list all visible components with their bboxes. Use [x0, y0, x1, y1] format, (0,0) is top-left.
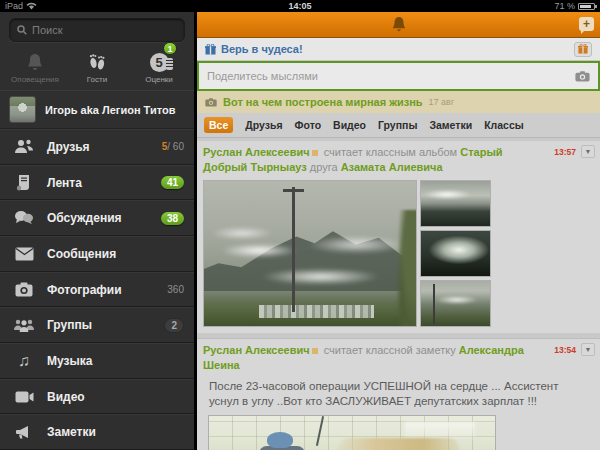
add-post-icon[interactable]: +	[579, 17, 594, 31]
sidebar-item-label: Оценки	[145, 75, 173, 84]
feed-post: Руслан Алексеевич считает классной замет…	[197, 338, 600, 450]
video-icon	[15, 391, 34, 403]
battery-percent: 71 %	[554, 1, 575, 11]
post-timestamp: 13:54	[554, 345, 576, 355]
bell-icon	[26, 53, 44, 72]
sidebar-item-discussions[interactable]: Обсуждения 38	[0, 200, 194, 236]
current-user-row[interactable]: Игорь aka Легион Титов	[0, 90, 194, 129]
ratings-badge: 1	[163, 42, 176, 55]
wifi-icon	[26, 2, 37, 10]
sidebar-item-label: Фотографии	[47, 283, 122, 297]
feed-scroll-area[interactable]: Руслан Алексеевич считает классным альбо…	[197, 138, 600, 450]
sidebar-item-notes[interactable]: Заметки	[0, 414, 194, 450]
discussions-icon	[14, 210, 34, 226]
post-author-link[interactable]: Руслан Алексеевич	[203, 146, 310, 158]
post-friend-link[interactable]: Азамата Алиевича	[341, 161, 443, 173]
sidebar-item-label: Музыка	[47, 354, 92, 368]
post-photo-thumb[interactable]	[420, 180, 491, 227]
sidebar-item-label: Друзья	[47, 140, 90, 154]
feed-icon	[16, 174, 33, 191]
discussions-badge: 38	[161, 212, 184, 225]
sidebar-item-label: Сообщения	[47, 247, 116, 261]
online-indicator	[312, 348, 318, 354]
composer-placeholder: Поделитесь мыслями	[207, 70, 569, 82]
camera-icon	[205, 98, 217, 107]
tab-groups[interactable]: Группы	[378, 119, 417, 131]
messages-icon	[15, 247, 34, 261]
post-action-text: считает классным альбом	[324, 146, 457, 158]
sidebar-item-label: Лента	[47, 176, 82, 190]
sidebar-item-label: Оповещения	[11, 75, 59, 84]
gift-icon-orange	[578, 44, 588, 54]
tab-all[interactable]: Все	[204, 117, 233, 133]
search-placeholder: Поиск	[32, 24, 62, 36]
sidebar-item-label: Заметки	[47, 425, 96, 439]
gift-button[interactable]	[574, 42, 592, 57]
rating-5-icon: 5	[150, 53, 169, 72]
sidebar-item-notifications[interactable]: Оповещения	[4, 48, 66, 84]
tab-notes[interactable]: Заметки	[429, 119, 472, 131]
sidebar-item-ratings[interactable]: 5 1 Оценки	[128, 48, 190, 84]
ios-status-bar: iPad 14:05 71 %	[0, 0, 600, 12]
tab-video[interactable]: Видео	[333, 119, 366, 131]
sidebar-item-photos[interactable]: Фотографии 360	[0, 272, 194, 308]
battery-icon	[578, 3, 595, 10]
search-icon	[17, 25, 27, 35]
sidebar-item-feed[interactable]: Лента 41	[0, 165, 194, 201]
footprints-icon	[87, 52, 107, 72]
sidebar-item-music[interactable]: ♫ Музыка	[0, 343, 194, 379]
status-row[interactable]: Вот на чем построена мирная жизнь 17 авг	[197, 91, 600, 113]
tab-photo[interactable]: Фото	[295, 119, 322, 131]
post-photo[interactable]	[208, 415, 496, 450]
groups-icon	[13, 318, 35, 333]
dropdown-arrow-icon[interactable]: ▼	[581, 343, 595, 356]
sidebar-item-guests[interactable]: Гости	[66, 48, 128, 84]
user-name: Игорь aka Легион Титов	[45, 104, 175, 116]
sidebar-item-label: Обсуждения	[47, 211, 122, 225]
tab-friends[interactable]: Друзья	[245, 119, 282, 131]
feed-badge: 41	[161, 176, 184, 189]
status-text: Вот на чем построена мирная жизнь	[223, 96, 423, 108]
sidebar-item-label: Видео	[47, 390, 85, 404]
device-label: iPad	[5, 1, 23, 11]
post-photo-thumb[interactable]	[420, 230, 491, 277]
search-input[interactable]: Поиск	[9, 18, 185, 42]
dropdown-arrow-icon[interactable]: ▼	[581, 145, 595, 158]
post-author-link[interactable]: Руслан Алексеевич	[203, 344, 310, 356]
post-timestamp: 13:57	[554, 147, 576, 157]
friends-icon	[14, 139, 34, 155]
promo-text: Верь в чудеса!	[221, 43, 303, 55]
post-photo-thumb[interactable]	[420, 280, 491, 327]
photos-icon	[15, 282, 33, 297]
orange-header: +	[197, 12, 600, 38]
notes-icon	[15, 425, 33, 439]
post-body-text: После 23-часовой операции УСПЕШНОЙ на се…	[209, 379, 592, 409]
sidebar-item-friends[interactable]: Друзья 5 / 60	[0, 129, 194, 165]
sidebar-item-video[interactable]: Видео	[0, 379, 194, 415]
header-bell-icon[interactable]	[391, 16, 407, 33]
online-indicator	[312, 150, 318, 156]
post-connector-text: друга	[310, 161, 338, 173]
friends-count-total: / 60	[167, 141, 184, 152]
status-date: 17 авг	[429, 97, 455, 107]
post-header: Руслан Алексеевич считает классной замет…	[203, 343, 594, 373]
groups-badge: 2	[164, 318, 184, 333]
post-photo-large[interactable]	[203, 180, 417, 327]
feed-post: Руслан Алексеевич считает классным альбо…	[197, 141, 600, 333]
camera-icon[interactable]	[575, 71, 590, 82]
sidebar-item-groups[interactable]: Группы 2	[0, 307, 194, 343]
feed-filter-tabs: Все Друзья Фото Видео Группы Заметки Кла…	[197, 113, 600, 138]
music-icon: ♫	[18, 354, 30, 368]
sidebar-item-label: Группы	[47, 318, 92, 332]
photos-count: 360	[167, 284, 184, 295]
sidebar-item-messages[interactable]: Сообщения	[0, 236, 194, 272]
gift-icon-blue	[205, 44, 216, 55]
post-action-text: считает классной заметку	[324, 344, 456, 356]
promo-banner[interactable]: Верь в чудеса!	[197, 38, 600, 61]
tab-classes[interactable]: Классы	[484, 119, 524, 131]
post-photo-grid	[203, 180, 594, 327]
share-thoughts-input[interactable]: Поделитесь мыслями	[197, 61, 600, 91]
main-area: + Верь в чудеса! Под	[197, 12, 600, 450]
avatar	[9, 96, 36, 123]
clock: 14:05	[288, 1, 311, 11]
